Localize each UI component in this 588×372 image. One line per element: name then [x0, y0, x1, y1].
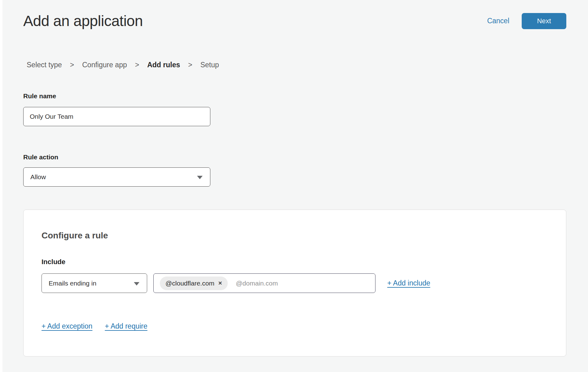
- breadcrumb-step-setup[interactable]: Setup: [200, 60, 219, 69]
- include-selector-value: Emails ending in: [49, 280, 96, 287]
- email-domain-chip: @cloudflare.com ✕: [160, 277, 228, 290]
- page-title: Add an application: [23, 12, 487, 29]
- breadcrumb-step-add-rules[interactable]: Add rules: [147, 60, 180, 69]
- card-title: Configure a rule: [42, 230, 548, 241]
- add-exception-link[interactable]: + Add exception: [42, 322, 92, 330]
- breadcrumb: Select type > Configure app > Add rules …: [27, 60, 588, 69]
- add-require-link[interactable]: + Add require: [105, 322, 147, 330]
- next-button[interactable]: Next: [522, 13, 566, 29]
- cancel-button[interactable]: Cancel: [487, 17, 509, 25]
- page-left-edge: [0, 0, 2, 372]
- breadcrumb-separator: >: [70, 60, 74, 69]
- rule-action-selected-value: Allow: [30, 173, 46, 181]
- rule-name-label: Rule name: [23, 92, 588, 100]
- breadcrumb-step-configure-app[interactable]: Configure app: [82, 60, 127, 69]
- breadcrumb-separator: >: [188, 60, 192, 69]
- configure-rule-card: Configure a rule Include Emails ending i…: [23, 210, 566, 356]
- include-value-input-container[interactable]: @cloudflare.com ✕: [153, 273, 375, 293]
- breadcrumb-step-select-type[interactable]: Select type: [27, 60, 62, 69]
- include-selector-select[interactable]: Emails ending in: [42, 273, 147, 293]
- add-include-link[interactable]: + Add include: [387, 279, 430, 287]
- rule-name-input[interactable]: [23, 107, 210, 126]
- rule-action-label: Rule action: [23, 153, 588, 161]
- chevron-down-icon: [134, 282, 139, 286]
- email-domain-input[interactable]: [228, 274, 371, 293]
- include-label: Include: [42, 258, 548, 266]
- breadcrumb-separator: >: [135, 60, 139, 69]
- rule-extra-actions: + Add exception + Add require: [42, 322, 548, 330]
- close-icon[interactable]: ✕: [218, 281, 222, 286]
- chevron-down-icon: [197, 176, 203, 179]
- header: Add an application Cancel Next: [23, 12, 566, 29]
- rule-action-select[interactable]: Allow: [23, 167, 210, 187]
- chip-label: @cloudflare.com: [165, 280, 214, 287]
- include-rule-row: Emails ending in @cloudflare.com ✕ + Add…: [42, 273, 548, 293]
- rule-form: Rule name Rule action Allow: [23, 92, 588, 187]
